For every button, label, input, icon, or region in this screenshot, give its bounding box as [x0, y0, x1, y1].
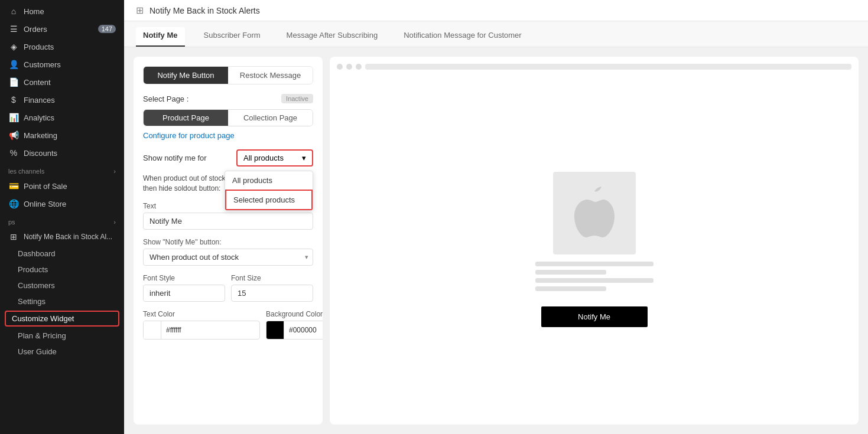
bg-color-input[interactable] [284, 323, 323, 337]
sidebar-label-app: Notify Me Back in Stock Al... [24, 233, 112, 241]
text-color-input[interactable] [161, 323, 259, 337]
sidebar-item-analytics[interactable]: 📊 Analytics [0, 109, 124, 126]
sidebar-sub-customers[interactable]: Customers [0, 278, 124, 293]
sidebar-item-customers[interactable]: 👤 Customers [0, 56, 124, 73]
topbar: ⊞ Notify Me Back in Stock Alerts [124, 0, 868, 21]
font-style-input[interactable] [143, 285, 225, 302]
sidebar-sub-products[interactable]: Products [0, 262, 124, 278]
show-button-label: Show "Notify Me" button: [143, 238, 313, 246]
configure-link[interactable]: Configure for product page [143, 131, 313, 140]
product-apple-icon [571, 187, 618, 240]
page-tabs: Product Page Collection Page [143, 109, 313, 126]
sub-tab-restock-message[interactable]: Restock Message [228, 67, 313, 84]
sub-tabbar: Notify Me Button Restock Message [143, 66, 313, 84]
sidebar-item-discounts[interactable]: % Discounts [0, 144, 124, 162]
sidebar-label-discounts: Discounts [24, 149, 57, 158]
sidebar-label-finances: Finances [24, 96, 55, 105]
product-lines [535, 262, 654, 295]
sidebar-label-pos: Point of Sale [24, 182, 67, 191]
topbar-title: Notify Me Back in Stock Alerts [149, 6, 260, 15]
tab-message-after[interactable]: Message After Subscribing [279, 27, 385, 47]
browser-dot-3 [356, 64, 362, 70]
form-panel: Notify Me Button Restock Message Select … [134, 57, 323, 425]
products-icon: ◈ [8, 42, 19, 51]
sub-tab-notify-me-button[interactable]: Notify Me Button [144, 67, 228, 84]
select-page-label: Select Page : [143, 94, 188, 103]
dropdown-arrow-icon: ▾ [302, 154, 306, 162]
apps-section: ps › [0, 213, 124, 228]
bg-color-wrapper [266, 321, 323, 340]
product-line-4 [535, 286, 606, 291]
text-color-wrapper [143, 321, 260, 340]
sidebar-label-customers: Customers [24, 60, 61, 69]
sidebar-item-content[interactable]: 📄 Content [0, 73, 124, 91]
sidebar-item-finances[interactable]: $ Finances [0, 91, 124, 109]
font-size-input[interactable] [231, 285, 313, 302]
sidebar-label-content: Content [24, 78, 51, 87]
tab-subscriber-form[interactable]: Subscriber Form [197, 27, 268, 47]
font-row: Font Style Font Size [143, 274, 313, 310]
text-input[interactable] [143, 213, 313, 230]
products-dropdown-menu: All products Selected products [225, 171, 313, 211]
color-row: Text Color Background Color [143, 310, 313, 348]
sidebar-item-pos[interactable]: 💳 Point of Sale [0, 177, 124, 195]
notify-for-label: Show notify me for [143, 154, 207, 162]
dropdown-option-selected[interactable]: Selected products [225, 190, 313, 210]
bg-color-swatch[interactable] [266, 321, 284, 339]
sidebar-label-orders: Orders [24, 25, 47, 34]
page-tab-product[interactable]: Product Page [144, 110, 228, 126]
content-icon: 📄 [8, 77, 19, 87]
show-button-select-wrapper: When product out of stockAlwaysNever ▾ [143, 249, 313, 266]
sidebar-item-online-store[interactable]: 🌐 Online Store [0, 195, 124, 213]
sidebar-sub-settings[interactable]: Settings [0, 293, 124, 309]
sidebar-sub-customize-widget[interactable]: Customize Widget [5, 311, 119, 327]
content-area: Notify Me Button Restock Message Select … [124, 47, 868, 434]
discounts-icon: % [8, 148, 19, 158]
sidebar-item-home[interactable]: ⌂ Home [0, 2, 124, 20]
bg-color-label: Background Color [266, 310, 323, 318]
sidebar-label-home: Home [24, 7, 44, 16]
sidebar-item-app[interactable]: ⊞ Notify Me Back in Stock Al... [0, 228, 124, 246]
sidebar-sub-guide[interactable]: User Guide [0, 344, 124, 360]
sidebar-sub-plan[interactable]: Plan & Pricing [0, 328, 124, 344]
notify-button-preview: Notify Me [541, 306, 648, 327]
sidebar-item-marketing[interactable]: 📢 Marketing [0, 126, 124, 144]
text-color-label: Text Color [143, 310, 260, 318]
text-color-swatch[interactable] [144, 321, 161, 339]
topbar-icon: ⊞ [136, 5, 144, 16]
dropdown-option-all[interactable]: All products [225, 171, 313, 190]
font-style-group: Font Style [143, 274, 225, 302]
product-line-1 [535, 262, 654, 266]
page-tab-collection[interactable]: Collection Page [228, 110, 313, 126]
sidebar: ⌂ Home ☰ Orders 147 ◈ Products 👤 Custome… [0, 0, 124, 434]
tab-notification-msg[interactable]: Notification Message for Customer [396, 27, 528, 47]
product-line-3 [535, 278, 654, 283]
sidebar-sub-dashboard[interactable]: Dashboard [0, 246, 124, 262]
font-size-label: Font Size [231, 274, 313, 282]
channels-section: les channels › [0, 162, 124, 177]
main-content: ⊞ Notify Me Back in Stock Alerts Notify … [124, 0, 868, 434]
bg-color-group: Background Color [266, 310, 323, 340]
notify-me-for-row: Show notify me for All products ▾ All pr… [143, 149, 313, 167]
sidebar-label-marketing: Marketing [24, 131, 57, 140]
when-out-text: When product out of stock,then hide sold… [143, 174, 227, 194]
preview-panel: Notify Me [330, 57, 859, 425]
show-button-select[interactable]: When product out of stockAlwaysNever [143, 249, 313, 266]
tab-notify-me[interactable]: Notify Me [136, 27, 185, 47]
pos-icon: 💳 [8, 181, 19, 191]
all-products-dropdown[interactable]: All products ▾ [236, 149, 313, 167]
app-icon: ⊞ [8, 232, 19, 242]
marketing-icon: 📢 [8, 130, 19, 140]
main-tabbar: Notify Me Subscriber Form Message After … [124, 21, 868, 47]
customers-icon: 👤 [8, 60, 19, 69]
analytics-icon: 📊 [8, 113, 19, 122]
sidebar-item-orders[interactable]: ☰ Orders 147 [0, 20, 124, 38]
home-icon: ⌂ [8, 6, 19, 16]
orders-icon: ☰ [8, 24, 19, 34]
sidebar-label-products: Products [24, 43, 54, 51]
sidebar-item-products[interactable]: ◈ Products [0, 38, 124, 56]
browser-bar [337, 64, 851, 70]
browser-dot-2 [346, 64, 352, 70]
inactive-badge: Inactive [281, 94, 313, 103]
sidebar-label-online-store: Online Store [24, 200, 66, 208]
